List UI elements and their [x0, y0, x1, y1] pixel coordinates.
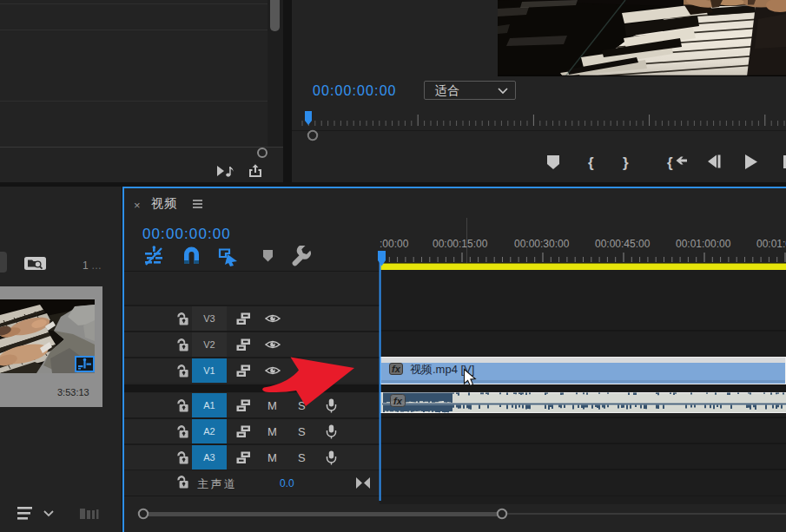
svg-text:{: {: [667, 154, 673, 171]
svg-text:}: }: [623, 154, 629, 171]
svg-text:{: {: [588, 154, 594, 171]
